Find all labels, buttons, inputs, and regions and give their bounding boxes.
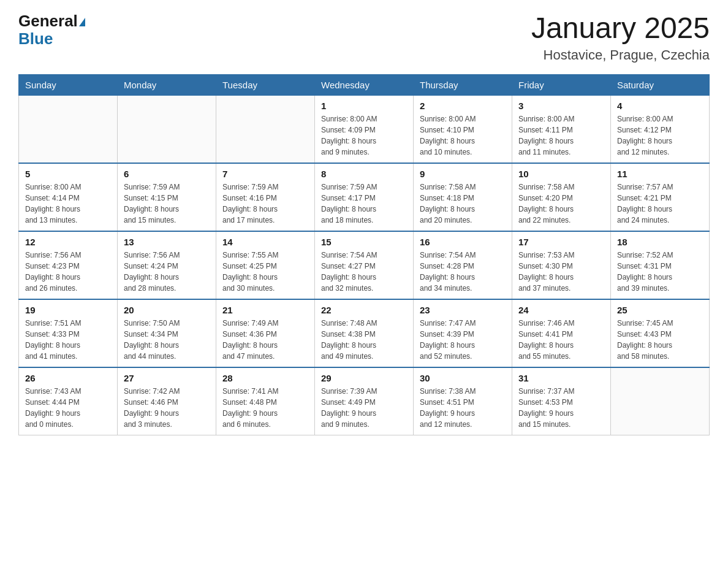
day-number: 23: [420, 305, 506, 315]
day-info: Sunrise: 7:37 AMSunset: 4:53 PMDaylight:…: [518, 386, 604, 430]
calendar-cell: 14Sunrise: 7:55 AMSunset: 4:25 PMDayligh…: [216, 231, 315, 299]
calendar-cell: 30Sunrise: 7:38 AMSunset: 4:51 PMDayligh…: [414, 367, 512, 435]
day-info: Sunrise: 7:42 AMSunset: 4:46 PMDaylight:…: [124, 386, 210, 430]
day-number: 21: [222, 305, 308, 315]
calendar-week-row: 26Sunrise: 7:43 AMSunset: 4:44 PMDayligh…: [19, 367, 710, 435]
calendar-cell: 11Sunrise: 7:57 AMSunset: 4:21 PMDayligh…: [611, 163, 710, 231]
calendar-cell: 27Sunrise: 7:42 AMSunset: 4:46 PMDayligh…: [118, 367, 216, 435]
calendar-cell: 2Sunrise: 8:00 AMSunset: 4:10 PMDaylight…: [414, 95, 512, 163]
day-info: Sunrise: 7:46 AMSunset: 4:41 PMDaylight:…: [518, 318, 604, 362]
weekday-header-friday: Friday: [512, 74, 611, 95]
calendar-cell: 24Sunrise: 7:46 AMSunset: 4:41 PMDayligh…: [512, 299, 611, 367]
day-info: Sunrise: 7:59 AMSunset: 4:15 PMDaylight:…: [124, 182, 210, 226]
day-info: Sunrise: 7:54 AMSunset: 4:27 PMDaylight:…: [321, 250, 407, 294]
day-number: 22: [321, 305, 407, 315]
month-title: January 2025: [531, 12, 710, 45]
calendar-cell: 23Sunrise: 7:47 AMSunset: 4:39 PMDayligh…: [414, 299, 512, 367]
day-info: Sunrise: 7:49 AMSunset: 4:36 PMDaylight:…: [222, 318, 308, 362]
day-number: 18: [617, 237, 703, 247]
day-number: 2: [420, 101, 506, 111]
day-number: 9: [420, 169, 506, 179]
logo-general: General: [18, 12, 78, 30]
day-number: 1: [321, 101, 407, 111]
day-info: Sunrise: 8:00 AMSunset: 4:11 PMDaylight:…: [518, 113, 604, 158]
day-number: 29: [321, 373, 407, 383]
day-info: Sunrise: 7:58 AMSunset: 4:20 PMDaylight:…: [518, 182, 604, 226]
page-header: General Blue January 2025 Hostavice, Pra…: [18, 12, 710, 63]
calendar-cell: 12Sunrise: 7:56 AMSunset: 4:23 PMDayligh…: [19, 231, 118, 299]
weekday-header-sunday: Sunday: [19, 74, 118, 95]
day-info: Sunrise: 7:41 AMSunset: 4:48 PMDaylight:…: [222, 386, 308, 430]
location: Hostavice, Prague, Czechia: [531, 47, 710, 63]
day-number: 5: [25, 169, 111, 179]
day-number: 15: [321, 237, 407, 247]
calendar-cell: 13Sunrise: 7:56 AMSunset: 4:24 PMDayligh…: [118, 231, 216, 299]
day-info: Sunrise: 7:53 AMSunset: 4:30 PMDaylight:…: [518, 250, 604, 294]
calendar-cell: 10Sunrise: 7:58 AMSunset: 4:20 PMDayligh…: [512, 163, 611, 231]
calendar-cell: [19, 95, 118, 163]
day-number: 10: [518, 169, 604, 179]
calendar-cell: 25Sunrise: 7:45 AMSunset: 4:43 PMDayligh…: [611, 299, 710, 367]
calendar-week-row: 5Sunrise: 8:00 AMSunset: 4:14 PMDaylight…: [19, 163, 710, 231]
calendar-cell: 1Sunrise: 8:00 AMSunset: 4:09 PMDaylight…: [315, 95, 414, 163]
calendar-cell: 6Sunrise: 7:59 AMSunset: 4:15 PMDaylight…: [118, 163, 216, 231]
day-info: Sunrise: 7:56 AMSunset: 4:23 PMDaylight:…: [25, 250, 111, 294]
day-info: Sunrise: 7:43 AMSunset: 4:44 PMDaylight:…: [25, 386, 111, 430]
weekday-header-row: SundayMondayTuesdayWednesdayThursdayFrid…: [19, 74, 710, 95]
day-number: 17: [518, 237, 604, 247]
day-info: Sunrise: 7:58 AMSunset: 4:18 PMDaylight:…: [420, 182, 506, 226]
day-number: 14: [222, 237, 308, 247]
calendar-cell: 29Sunrise: 7:39 AMSunset: 4:49 PMDayligh…: [315, 367, 414, 435]
day-info: Sunrise: 7:48 AMSunset: 4:38 PMDaylight:…: [321, 318, 407, 362]
calendar-cell: 9Sunrise: 7:58 AMSunset: 4:18 PMDaylight…: [414, 163, 512, 231]
day-number: 4: [617, 101, 703, 111]
calendar-cell: 22Sunrise: 7:48 AMSunset: 4:38 PMDayligh…: [315, 299, 414, 367]
day-info: Sunrise: 8:00 AMSunset: 4:09 PMDaylight:…: [321, 113, 407, 158]
calendar-cell: 21Sunrise: 7:49 AMSunset: 4:36 PMDayligh…: [216, 299, 315, 367]
calendar-cell: 20Sunrise: 7:50 AMSunset: 4:34 PMDayligh…: [118, 299, 216, 367]
day-info: Sunrise: 7:57 AMSunset: 4:21 PMDaylight:…: [617, 182, 703, 226]
calendar-cell: [611, 367, 710, 435]
day-number: 13: [124, 237, 210, 247]
day-number: 24: [518, 305, 604, 315]
calendar-week-row: 12Sunrise: 7:56 AMSunset: 4:23 PMDayligh…: [19, 231, 710, 299]
calendar-cell: 17Sunrise: 7:53 AMSunset: 4:30 PMDayligh…: [512, 231, 611, 299]
calendar-cell: 7Sunrise: 7:59 AMSunset: 4:16 PMDaylight…: [216, 163, 315, 231]
day-number: 27: [124, 373, 210, 383]
logo: General Blue: [18, 12, 85, 47]
header-right: January 2025 Hostavice, Prague, Czechia: [531, 12, 710, 63]
day-info: Sunrise: 7:55 AMSunset: 4:25 PMDaylight:…: [222, 250, 308, 294]
day-number: 3: [518, 101, 604, 111]
day-number: 8: [321, 169, 407, 179]
day-number: 7: [222, 169, 308, 179]
day-info: Sunrise: 7:47 AMSunset: 4:39 PMDaylight:…: [420, 318, 506, 362]
day-info: Sunrise: 7:56 AMSunset: 4:24 PMDaylight:…: [124, 250, 210, 294]
day-info: Sunrise: 8:00 AMSunset: 4:10 PMDaylight:…: [420, 113, 506, 158]
day-info: Sunrise: 7:50 AMSunset: 4:34 PMDaylight:…: [124, 318, 210, 362]
weekday-header-thursday: Thursday: [414, 74, 512, 95]
day-number: 12: [25, 237, 111, 247]
weekday-header-saturday: Saturday: [611, 74, 710, 95]
day-number: 16: [420, 237, 506, 247]
logo-triangle-icon: [79, 18, 85, 26]
calendar-cell: 18Sunrise: 7:52 AMSunset: 4:31 PMDayligh…: [611, 231, 710, 299]
day-info: Sunrise: 7:45 AMSunset: 4:43 PMDaylight:…: [617, 318, 703, 362]
day-number: 20: [124, 305, 210, 315]
day-info: Sunrise: 7:39 AMSunset: 4:49 PMDaylight:…: [321, 386, 407, 430]
day-number: 28: [222, 373, 308, 383]
weekday-header-monday: Monday: [118, 74, 216, 95]
weekday-header-tuesday: Tuesday: [216, 74, 315, 95]
calendar-cell: [118, 95, 216, 163]
day-number: 30: [420, 373, 506, 383]
calendar-cell: 31Sunrise: 7:37 AMSunset: 4:53 PMDayligh…: [512, 367, 611, 435]
calendar-cell: 3Sunrise: 8:00 AMSunset: 4:11 PMDaylight…: [512, 95, 611, 163]
day-number: 11: [617, 169, 703, 179]
day-info: Sunrise: 7:59 AMSunset: 4:16 PMDaylight:…: [222, 182, 308, 226]
weekday-header-wednesday: Wednesday: [315, 74, 414, 95]
day-info: Sunrise: 7:38 AMSunset: 4:51 PMDaylight:…: [420, 386, 506, 430]
logo-blue: Blue: [18, 29, 53, 48]
day-number: 31: [518, 373, 604, 383]
calendar-cell: 5Sunrise: 8:00 AMSunset: 4:14 PMDaylight…: [19, 163, 118, 231]
calendar-cell: 19Sunrise: 7:51 AMSunset: 4:33 PMDayligh…: [19, 299, 118, 367]
day-info: Sunrise: 7:52 AMSunset: 4:31 PMDaylight:…: [617, 250, 703, 294]
